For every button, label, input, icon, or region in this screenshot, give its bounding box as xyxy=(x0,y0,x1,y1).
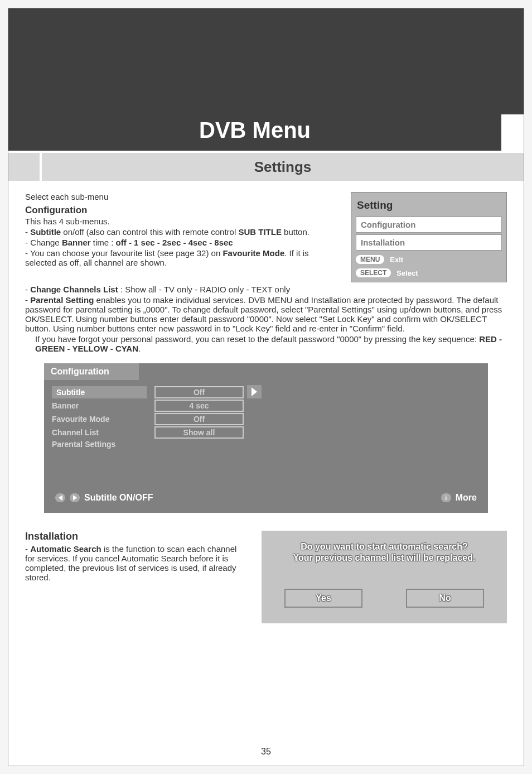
bullet-auto-search: - Automatic Search is the function to sc… xyxy=(25,544,248,582)
nav-left-icon[interactable] xyxy=(55,493,65,502)
footer-right-label: More xyxy=(456,493,477,503)
chevron-right-icon[interactable] xyxy=(252,387,257,396)
config-heading: Configuration xyxy=(25,205,341,216)
config-row[interactable]: Parental Settings xyxy=(44,439,488,449)
config-row-value: Off xyxy=(154,413,244,425)
info-icon[interactable]: i xyxy=(441,493,451,502)
bullet-subtitle: - Subtitle on/off (also can control this… xyxy=(25,227,341,237)
bullet-favourite: - You can choose your favourite list (se… xyxy=(25,248,341,267)
search-dialog: Do you want to start automatic search? Y… xyxy=(262,531,507,623)
page-number: 35 xyxy=(8,747,524,757)
config-row-label: Parental Settings xyxy=(52,440,147,449)
footer-left-label: Subtitle ON/OFF xyxy=(84,493,153,503)
select-pill-label: Select xyxy=(396,269,418,277)
page-subtitle: Settings xyxy=(42,153,524,181)
config-row[interactable]: Channel ListShow all xyxy=(44,426,488,439)
installation-heading: Installation xyxy=(25,531,248,542)
config-row-label: Banner xyxy=(52,401,147,410)
nav-right-icon[interactable] xyxy=(70,493,80,502)
setting-panel: Setting Configuration Installation MENU … xyxy=(351,192,507,282)
bullet-channel-list: - Change Channels List : Show all - TV o… xyxy=(25,285,507,294)
panel-row-installation[interactable]: Installation xyxy=(356,234,502,251)
bullet-banner: - Change Banner time : off - 1 sec - 2se… xyxy=(25,238,341,247)
config-row-value: 4 sec xyxy=(154,400,244,412)
config-row[interactable]: Banner4 sec xyxy=(44,399,488,412)
dialog-line-1: Do you want to start automatic search? xyxy=(274,542,495,552)
no-button[interactable]: No xyxy=(406,589,484,608)
dialog-line-2: Your previous channel list will be repla… xyxy=(274,553,495,563)
page-title: DVB Menu xyxy=(8,114,501,151)
bullet-parental: - Parental Setting enables you to make i… xyxy=(25,295,507,333)
config-screenshot: Configuration SubtitleOffBanner4 secFavo… xyxy=(44,363,488,513)
menu-pill-label: Exit xyxy=(390,256,403,264)
config-row-label: Channel List xyxy=(52,428,147,437)
config-row[interactable]: Favourite ModeOff xyxy=(44,412,488,426)
menu-pill[interactable]: MENU xyxy=(356,255,384,264)
reset-note: If you have forgot your personal passwor… xyxy=(25,334,507,353)
panel-title: Setting xyxy=(356,197,502,215)
intro-text: Select each sub-menu xyxy=(25,192,341,201)
config-sub: This has 4 sub-menus. xyxy=(25,217,341,226)
panel-row-configuration[interactable]: Configuration xyxy=(356,217,502,233)
config-row[interactable]: SubtitleOff xyxy=(44,386,488,399)
select-pill[interactable]: SELECT xyxy=(356,268,391,277)
config-row-label: Subtitle xyxy=(52,386,147,398)
config-row-label: Favourite Mode xyxy=(52,415,147,424)
yes-button[interactable]: Yes xyxy=(284,589,362,608)
header-strip-left xyxy=(8,153,40,181)
config-row-value: Off xyxy=(154,386,244,398)
config-screen-title: Configuration xyxy=(44,363,139,380)
config-row-value: Show all xyxy=(154,426,244,439)
